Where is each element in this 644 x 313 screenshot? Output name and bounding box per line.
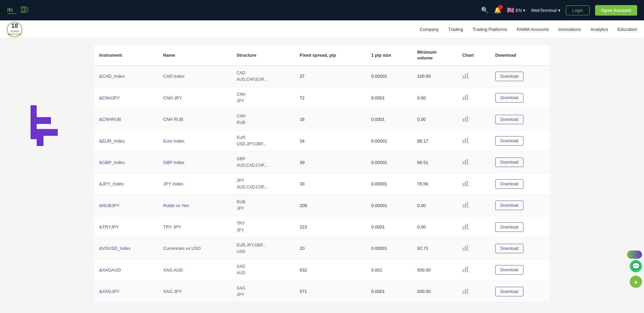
name-link[interactable]: XAG JPY xyxy=(163,289,182,294)
cell-download: Download xyxy=(490,66,550,87)
chart-icon[interactable] xyxy=(462,225,470,231)
instrument-link[interactable]: &XAGJPY xyxy=(99,289,120,294)
cell-fixed-spread: 37 xyxy=(295,66,366,87)
name-link[interactable]: Euro Index xyxy=(163,139,184,144)
nav-link-education[interactable]: Education xyxy=(618,27,637,32)
name-link[interactable]: CAD Index xyxy=(163,74,184,79)
chart-icon[interactable] xyxy=(462,268,470,273)
download-button[interactable]: Download xyxy=(495,201,523,210)
chart-icon[interactable] xyxy=(462,117,470,123)
instrument-link[interactable]: &CNHRUB xyxy=(99,117,121,122)
cell-download: Download xyxy=(490,152,550,173)
col-header-chart: Chart xyxy=(458,45,490,66)
nav-link-trading-platforms[interactable]: Trading Platforms xyxy=(472,27,507,32)
name-link[interactable]: XAG AUD xyxy=(163,268,183,273)
whatsapp-widget[interactable]: 💬 xyxy=(630,260,642,272)
language-selector[interactable]: 🇬🇧 EN ▾ xyxy=(507,6,525,14)
cell-download: Download xyxy=(490,216,550,238)
cell-fixed-spread: 16 xyxy=(295,109,366,130)
chart-icon[interactable] xyxy=(462,203,470,209)
download-button[interactable]: Download xyxy=(495,244,523,253)
chart-icon[interactable] xyxy=(462,74,470,80)
cell-name: CNH RUB xyxy=(158,109,232,130)
cell-chart xyxy=(458,87,490,109)
main-content: Instrument Name Structure Fixed spread, … xyxy=(84,39,560,309)
download-button[interactable]: Download xyxy=(495,136,523,146)
cell-min-volume: 500.00 xyxy=(412,281,458,302)
scroll-to-top-button[interactable]: ▲ xyxy=(630,276,642,288)
download-button[interactable]: Download xyxy=(495,72,523,81)
download-button[interactable]: Download xyxy=(495,222,523,232)
cell-instrument: &VSUSD_Index xyxy=(94,238,158,259)
cell-name: CNH JPY xyxy=(158,87,232,109)
chart-icon[interactable] xyxy=(462,289,470,295)
instrument-link[interactable]: &VSUSD_Index xyxy=(99,246,131,251)
nav-link-analytics[interactable]: Analytics xyxy=(590,27,608,32)
svg-rect-41 xyxy=(467,266,468,272)
structure-text: JPYAUD,CAD,CHF... xyxy=(237,178,290,190)
cell-name: Euro Index xyxy=(158,130,232,151)
download-button[interactable]: Download xyxy=(495,158,523,167)
chart-icon[interactable] xyxy=(462,139,470,144)
web-terminal-selector[interactable]: WebTerminal ▾ xyxy=(531,8,560,13)
notification-icon[interactable]: 🔔 1 xyxy=(494,6,501,14)
structure-text: RUBJPY xyxy=(237,199,290,212)
svg-rect-21 xyxy=(467,159,468,164)
download-button[interactable]: Download xyxy=(495,179,523,189)
web-terminal-label: WebTerminal xyxy=(531,8,557,13)
name-link[interactable]: Ruble vs Yen xyxy=(163,203,189,208)
name-link[interactable]: CNH RUB xyxy=(163,117,183,122)
table-row: &CNHJPY CNH JPY CNHJPY 72 0.0001 0.00 xyxy=(94,87,550,109)
instrument-link[interactable]: &GBP_Index xyxy=(99,160,125,165)
secondary-nav-links: Company Trading Trading Platforms PAMM A… xyxy=(420,27,637,32)
dark-mode-toggle[interactable] xyxy=(627,251,642,259)
name-link[interactable]: CNH JPY xyxy=(163,95,182,100)
instrument-link[interactable]: &CAD_Index xyxy=(99,74,125,79)
instrument-link[interactable]: &EUR_Index xyxy=(99,139,125,144)
open-account-button[interactable]: Open Account xyxy=(595,5,637,16)
download-button[interactable]: Download xyxy=(495,287,523,296)
nav-link-trading[interactable]: Trading xyxy=(448,27,463,32)
name-link[interactable]: JPY Index xyxy=(163,181,183,186)
brand-decoration xyxy=(20,102,68,149)
instrument-link[interactable]: &RUBJPY xyxy=(99,203,120,208)
cell-structure: XAGAUD xyxy=(232,259,295,281)
instrument-link[interactable]: &XAGAUD xyxy=(99,268,121,273)
cell-instrument: &GBP_Index xyxy=(94,152,158,173)
cell-pip-size: 0.00001 xyxy=(366,238,412,259)
svg-rect-8 xyxy=(465,95,466,100)
cell-chart xyxy=(458,152,490,173)
instrument-link[interactable]: &JPY_Index xyxy=(99,181,124,186)
cell-instrument: &RUBJPY xyxy=(94,195,158,216)
instrument-link[interactable]: &CNHJPY xyxy=(99,95,120,100)
search-icon[interactable]: 🔍 xyxy=(481,6,488,14)
cell-pip-size: 0.0001 xyxy=(366,87,412,109)
table-row: &JPY_Index JPY Index JPYAUD,CAD,CHF... 3… xyxy=(94,173,550,195)
svg-rect-9 xyxy=(467,94,468,100)
chart-icon[interactable] xyxy=(462,182,470,187)
col-header-download: Download xyxy=(490,45,550,66)
cell-fixed-spread: 39 xyxy=(295,152,366,173)
name-link[interactable]: GBP Index xyxy=(163,160,184,165)
download-button[interactable]: Download xyxy=(495,115,523,124)
svg-rect-15 xyxy=(463,140,464,143)
cell-min-volume: 0.00 xyxy=(412,109,458,130)
download-button[interactable]: Download xyxy=(495,265,523,275)
cell-instrument: &TRYJPY xyxy=(94,216,158,238)
download-button[interactable]: Download xyxy=(495,93,523,103)
name-link[interactable]: Currencies vs USD xyxy=(163,246,201,251)
instrument-link[interactable]: &TRYJPY xyxy=(99,224,119,229)
nav-link-pamm[interactable]: PAMM Accounts xyxy=(517,27,549,32)
login-button[interactable]: Login xyxy=(566,5,590,15)
col-header-name: Name xyxy=(158,45,232,66)
chart-icon[interactable] xyxy=(462,160,470,166)
cell-fixed-spread: 33 xyxy=(295,173,366,195)
name-link[interactable]: TRY JPY xyxy=(163,224,181,229)
cell-structure: XAGJPY xyxy=(232,281,295,302)
chart-icon[interactable] xyxy=(462,95,470,101)
cell-chart xyxy=(458,173,490,195)
nav-link-company[interactable]: Company xyxy=(420,27,439,32)
chart-icon[interactable] xyxy=(462,246,470,252)
svg-rect-28 xyxy=(465,203,466,207)
nav-link-innovations[interactable]: Innovations xyxy=(558,27,581,32)
